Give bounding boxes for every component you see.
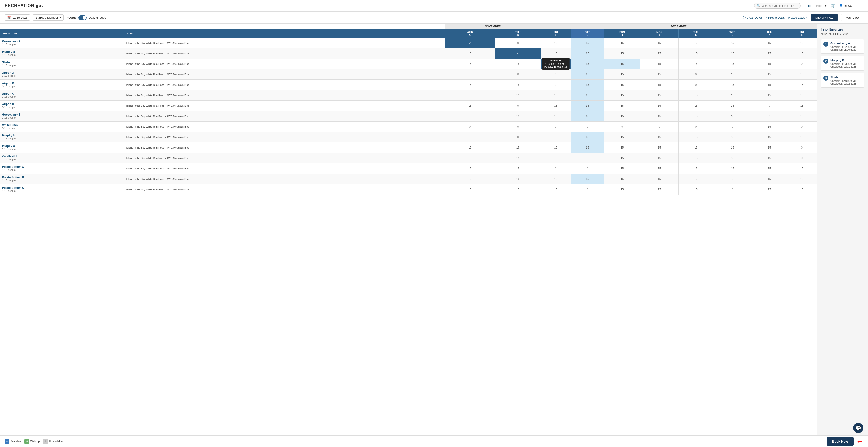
availability-cell[interactable]: 15 [604,101,640,111]
site-cell[interactable]: Airport A1-15 people [0,69,124,80]
availability-cell[interactable]: 15 [787,49,816,59]
availability-cell[interactable]: 15 [713,111,752,122]
availability-cell[interactable]: 15 [787,38,816,49]
availability-cell[interactable]: 15 [713,80,752,90]
availability-cell[interactable]: 15 [495,163,541,174]
availability-cell[interactable]: 15 [541,142,570,153]
availability-cell[interactable]: 15 [679,90,713,101]
availability-cell[interactable]: 15 [752,132,787,142]
availability-cell[interactable]: 15 [640,153,679,163]
availability-cell[interactable]: 15 [604,153,640,163]
availability-cell[interactable]: 0 [495,69,541,80]
site-cell[interactable]: Potato Bottom C1-15 people [0,184,124,195]
availability-cell[interactable]: 15 [752,69,787,80]
availability-cell[interactable]: 0 [495,38,541,49]
availability-cell[interactable]: 15 [752,90,787,101]
availability-cell[interactable]: 0 [541,163,570,174]
site-cell[interactable]: White Crack1-15 people [0,122,124,132]
availability-cell[interactable]: 15 [752,142,787,153]
availability-cell[interactable]: 15 [445,90,495,101]
itinerary-item[interactable]: 1 Gooseberry A Check-in: 11/29/2023 | Ch… [821,39,864,54]
availability-cell[interactable]: 15 [752,153,787,163]
user-menu[interactable]: 👤 RESO T. [839,4,856,7]
availability-cell[interactable]: 15 [541,111,570,122]
availability-cell[interactable]: 0 [570,163,604,174]
site-name[interactable]: Gooseberry A [0,39,124,43]
availability-cell[interactable]: 15 [787,111,816,122]
site-name[interactable]: Gooseberry B [0,113,124,116]
site-name[interactable]: Airport B [0,81,124,85]
cart-icon[interactable]: 🛒 [830,3,835,8]
availability-cell[interactable]: 15 [604,111,640,122]
availability-cell[interactable]: 15 [495,80,541,90]
site-cell[interactable]: Murphy B1-15 people [0,49,124,59]
availability-cell[interactable]: 0 [541,153,570,163]
book-now-button[interactable]: Book Now [827,437,854,446]
availability-cell[interactable]: 0 [679,122,713,132]
availability-cell[interactable]: 15 [713,38,752,49]
availability-cell[interactable]: 0 [713,122,752,132]
availability-cell[interactable]: 15 [640,38,679,49]
availability-cell[interactable]: 15 [640,132,679,142]
availability-cell[interactable]: 15 [752,184,787,195]
availability-cell[interactable]: 0 [495,132,541,142]
site-cell[interactable]: Murphy A1-15 people [0,132,124,142]
availability-cell[interactable]: 15 [445,132,495,142]
availability-cell[interactable]: 15 [752,49,787,59]
availability-cell[interactable]: 0 [787,153,816,163]
availability-cell[interactable]: 15 [713,142,752,153]
availability-cell[interactable]: 0 [570,122,604,132]
availability-cell[interactable]: 15 [604,142,640,153]
availability-cell[interactable]: 15 [713,153,752,163]
availability-cell[interactable]: 0 [541,69,570,80]
site-cell[interactable]: Airport B1-15 people [0,80,124,90]
availability-cell[interactable]: 15 [604,174,640,184]
site-cell[interactable]: Potato Bottom A1-15 people [0,163,124,174]
itinerary-item[interactable]: 2 Murphy B Check-in: 11/30/2023 | Check-… [821,56,864,71]
availability-cell[interactable]: 15 [445,163,495,174]
availability-cell[interactable]: 15 [787,101,816,111]
site-cell[interactable]: Murphy C1-15 people [0,142,124,153]
availability-cell[interactable]: 15 [787,174,816,184]
availability-cell[interactable]: 15 [640,163,679,174]
availability-cell[interactable]: 0 [679,80,713,90]
availability-cell[interactable]: 15 [495,174,541,184]
help-link[interactable]: Help [804,4,811,7]
availability-cell[interactable]: 15 [570,101,604,111]
availability-cell[interactable]: 15 [713,132,752,142]
availability-cell[interactable]: 15 [713,101,752,111]
availability-cell[interactable]: 15 [604,69,640,80]
availability-cell[interactable]: 0 [495,101,541,111]
availability-cell[interactable]: 15 [570,38,604,49]
itinerary-view-button[interactable]: Itinerary View [811,14,838,21]
availability-cell[interactable]: 0 [541,132,570,142]
itinerary-item[interactable]: 3 Shafer Check-in: 12/01/2023 | Check-ou… [821,73,864,88]
availability-cell[interactable]: 15 [445,59,495,69]
next-5-days-button[interactable]: Next 5 Days › [788,16,807,19]
availability-cell[interactable]: 15 [570,142,604,153]
availability-cell[interactable]: 0 [713,184,752,195]
availability-cell[interactable]: 0 [541,122,570,132]
availability-cell[interactable]: 15 [752,174,787,184]
availability-cell[interactable]: 15 [752,163,787,174]
availability-cell[interactable]: 15 [679,59,713,69]
availability-cell[interactable]: 15 [713,90,752,101]
availability-cell[interactable]: 15 [445,184,495,195]
availability-cell[interactable]: 15 [604,90,640,101]
availability-cell[interactable]: 15 [570,49,604,59]
site-name[interactable]: Shafer [0,60,124,64]
availability-cell[interactable]: 15 [495,90,541,101]
availability-cell[interactable]: 0 [604,122,640,132]
availability-cell[interactable]: 15 [787,184,816,195]
language-selector[interactable]: English ▾ [814,4,827,7]
availability-cell[interactable]: 15 [604,132,640,142]
availability-cell[interactable]: 15 [570,69,604,80]
site-cell[interactable]: Gooseberry A1-15 people [0,38,124,49]
availability-cell[interactable]: 15 [679,153,713,163]
toggle-switch[interactable] [79,15,87,20]
availability-cell[interactable]: 15 [604,184,640,195]
site-name[interactable]: Candlestick [0,154,124,158]
availability-cell[interactable]: 15 [679,163,713,174]
availability-cell[interactable]: 15 [570,80,604,90]
availability-cell[interactable]: 15 [495,184,541,195]
